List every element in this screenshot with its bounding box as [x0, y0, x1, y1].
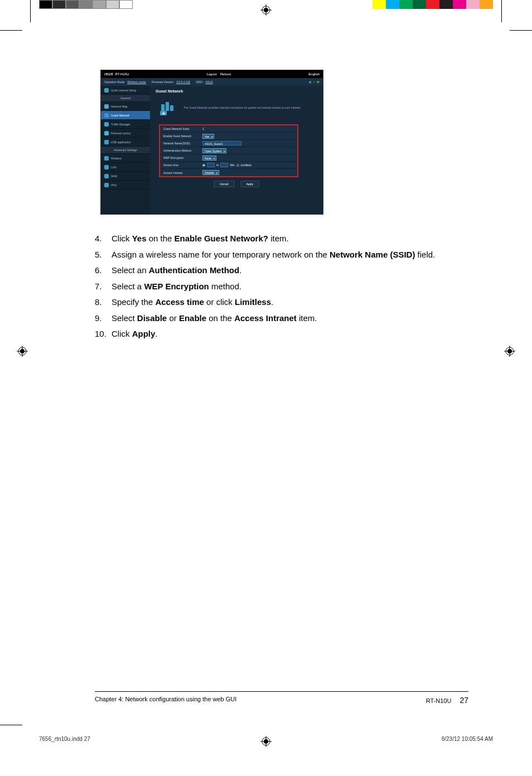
config-select[interactable]: None [202, 156, 216, 161]
sidebar-label: Network Map [111, 105, 127, 108]
cancel-button[interactable]: Cancel [214, 181, 235, 187]
instruction-text: Assign a wireless name for your temporar… [112, 249, 468, 261]
radio-limitless[interactable] [236, 164, 239, 167]
config-row: Access IntranetDisable [160, 169, 297, 176]
instruction-text: Select a WEP Encryption method. [112, 280, 468, 293]
sidebar-icon [104, 165, 109, 169]
sidebar-label: LAN [111, 166, 117, 169]
guest-network-icon [159, 99, 178, 117]
sidebar-label: Parental control [111, 132, 130, 135]
sidebar-heading-general: General [101, 95, 150, 102]
ssid-value: ASUS [205, 80, 213, 84]
crop-mark [501, 0, 502, 22]
footer-rule [95, 691, 468, 692]
sidebar-item[interactable]: Traffic Manager [101, 120, 150, 129]
sidebar-icon [104, 122, 109, 127]
config-text: 1 [202, 127, 204, 130]
config-select[interactable]: Yes [202, 134, 214, 139]
footer-chapter: Chapter 4: Network configuration using t… [95, 696, 236, 705]
sidebar-qis[interactable]: Quick Internet Setup [101, 86, 150, 95]
instruction-text: Click Apply. [112, 328, 468, 341]
apply-button[interactable]: Apply [240, 181, 260, 187]
config-value: None [200, 156, 297, 161]
config-label: WEP Encryption [160, 156, 200, 159]
config-row: WEP EncryptionNone [160, 154, 297, 162]
crop-mark [510, 30, 532, 31]
sidebar-icon [104, 104, 109, 109]
instruction-list: 4.Click Yes on the Enable Guest Network?… [95, 232, 468, 341]
config-select[interactable]: Open System [202, 148, 226, 153]
config-value: Disable [200, 170, 297, 175]
hr-label: hr [216, 163, 219, 167]
instruction-item: 8.Specify the Access time or click Limit… [95, 296, 468, 309]
instruction-number: 6. [95, 264, 112, 277]
registration-mark-icon [260, 4, 272, 16]
limitless-label: Limitless [241, 163, 252, 167]
instruction-item: 5.Assign a wireless name for your tempor… [95, 249, 468, 261]
instruction-number: 9. [95, 312, 112, 325]
logout-button[interactable]: Logout [206, 72, 216, 76]
config-highlighted-box: Guest Network Index1Enable Guest Network… [159, 124, 298, 177]
color-colorbar [373, 0, 493, 9]
config-value: hrMinLimitless [200, 163, 297, 167]
sidebar-label: Quick Internet Setup [111, 89, 137, 92]
config-value: 1 [200, 127, 297, 130]
instruction-number: 5. [95, 249, 112, 261]
config-row: Access timehrMinLimitless [160, 162, 297, 169]
op-mode-value: Wireless router [127, 80, 146, 84]
op-mode-label: Operation Mode: [104, 80, 125, 84]
instruction-text: Click Yes on the Enable Guest Network? i… [112, 232, 468, 245]
sidebar-icon [104, 131, 109, 135]
sidebar-label: Guest Network [111, 114, 129, 117]
config-label: Guest Network Index [160, 127, 200, 130]
shot-header: /SUS RT-N10U Logout Reboot English [101, 70, 323, 78]
config-label: Enable Guest Network [160, 134, 200, 138]
config-input[interactable]: ASUS_Guest1 [202, 141, 241, 146]
page-number: 27 [460, 696, 468, 705]
min-label: Min [230, 163, 234, 167]
config-value: Open System [200, 148, 297, 153]
sidebar-label: WAN [111, 174, 117, 178]
sidebar-item[interactable]: Network Map [101, 102, 150, 111]
language-select[interactable]: English [308, 72, 320, 76]
crop-mark [0, 30, 22, 31]
sidebar: Quick Internet Setup General Network Map… [101, 86, 150, 214]
sidebar-item[interactable]: Wireless [101, 154, 150, 163]
sidebar-item[interactable]: Parental control [101, 129, 150, 138]
config-row: Enable Guest NetworkYes [160, 133, 297, 140]
router-ui-screenshot: /SUS RT-N10U Logout Reboot English Opera… [100, 70, 323, 215]
svg-rect-17 [166, 102, 169, 111]
status-icons: ⇄ ✓ ⬒ [309, 80, 320, 84]
config-label: Network Name(SSID) [160, 142, 200, 145]
sidebar-label: Traffic Manager [111, 123, 130, 126]
sidebar-item[interactable]: WAN [101, 172, 150, 181]
crop-mark [0, 725, 22, 725]
hours-input[interactable] [207, 163, 215, 167]
instruction-item: 7.Select a WEP Encryption method. [95, 280, 468, 293]
config-label: Authentication Method [160, 149, 200, 152]
min-input[interactable] [220, 163, 228, 167]
fw-label: Firmware Version: [152, 80, 174, 84]
reboot-button[interactable]: Reboot [220, 72, 231, 76]
sidebar-heading-advanced: Advanced Settings [101, 147, 150, 154]
status-icon: ⇄ [309, 80, 311, 84]
instruction-item: 4.Click Yes on the Enable Guest Network?… [95, 232, 468, 245]
main-panel: Guest Network The Guest Network provides… [150, 86, 323, 214]
page-footer: Chapter 4: Network configuration using t… [95, 696, 468, 705]
sidebar-item[interactable]: USB application [101, 138, 150, 147]
model-label: RT-N10U [115, 72, 129, 76]
sidebar-item[interactable]: LAN [101, 163, 150, 172]
svg-rect-16 [161, 104, 165, 111]
registration-mark-icon [504, 346, 515, 357]
page-content: /SUS RT-N10U Logout Reboot English Opera… [95, 70, 468, 344]
panel-description: The Guest Network provides Internet conn… [183, 106, 301, 109]
config-row: Authentication MethodOpen System [160, 147, 297, 154]
radio-selected[interactable] [202, 164, 205, 167]
sidebar-item[interactable]: IPv6 [101, 181, 150, 190]
print-metadata: 7656_rtn10u.indd 27 8/23/12 10:05:54 AM [39, 736, 493, 742]
sidebar-item[interactable]: Guest Network [101, 111, 150, 120]
sidebar-icon [104, 174, 109, 178]
config-select[interactable]: Disable [202, 170, 219, 175]
status-bar: Operation Mode: Wireless router Firmware… [101, 78, 323, 86]
status-icon: ✓ [313, 80, 315, 84]
